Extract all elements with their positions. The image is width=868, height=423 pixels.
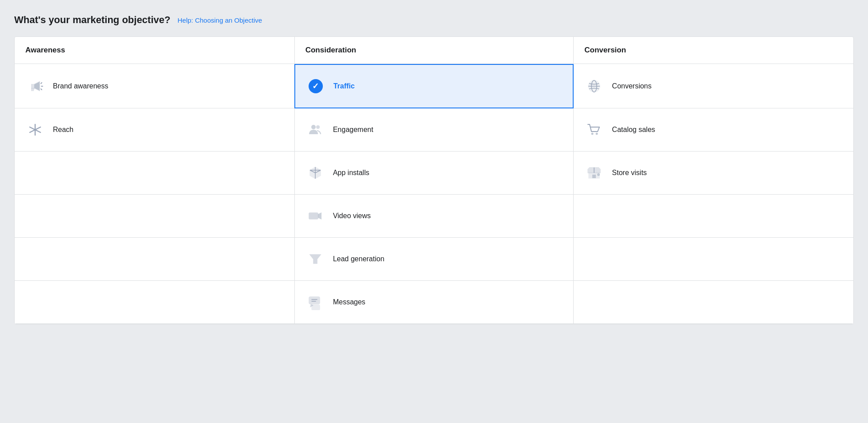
- svg-point-12: [596, 133, 598, 135]
- check-icon: [309, 79, 323, 93]
- svg-rect-19: [592, 175, 596, 178]
- empty-cell-awareness-2: [15, 152, 294, 195]
- asterisk-icon: [27, 122, 43, 138]
- svg-rect-22: [309, 213, 318, 219]
- objective-label-brand-awareness: Brand awareness: [53, 82, 108, 90]
- svg-point-10: [316, 125, 320, 129]
- objective-label-lead-generation: Lead generation: [333, 255, 385, 263]
- icon-wrap-video-views: [305, 206, 325, 226]
- svg-point-11: [591, 133, 594, 135]
- objective-cell-brand-awareness[interactable]: Brand awareness: [15, 64, 294, 108]
- help-link[interactable]: Help: Choosing an Objective: [177, 16, 262, 24]
- objective-cell-store-visits[interactable]: Store visits: [574, 152, 853, 195]
- icon-wrap-brand-awareness: [25, 76, 45, 96]
- svg-point-9: [311, 125, 316, 129]
- icon-wrap-conversions: [584, 76, 604, 96]
- objective-label-messages: Messages: [333, 298, 366, 306]
- objective-cell-app-installs[interactable]: App installs: [294, 152, 574, 195]
- objective-label-catalog-sales: Catalog sales: [612, 126, 655, 134]
- video-icon: [307, 208, 323, 224]
- objective-label-app-installs: App installs: [333, 169, 370, 177]
- svg-point-21: [597, 173, 600, 176]
- objective-cell-catalog-sales[interactable]: Catalog sales: [574, 108, 853, 152]
- icon-wrap-engagement: [305, 120, 325, 140]
- empty-cell-conversion-5: [574, 281, 853, 324]
- store-icon: [586, 165, 602, 181]
- page-header: What's your marketing objective? Help: C…: [14, 14, 854, 26]
- megaphone-icon: [27, 78, 43, 94]
- svg-rect-24: [309, 297, 320, 304]
- icon-wrap-traffic: [306, 76, 326, 96]
- funnel-icon: [307, 251, 323, 267]
- icon-wrap-reach: [25, 120, 45, 140]
- chat-icon: [307, 294, 323, 310]
- objective-label-conversions: Conversions: [612, 82, 651, 90]
- svg-line-2: [41, 89, 42, 90]
- objective-cell-lead-generation[interactable]: Lead generation: [294, 238, 574, 281]
- empty-cell-awareness-5: [15, 281, 294, 324]
- objective-table: AwarenessConsiderationConversion Brand a…: [14, 36, 854, 324]
- objective-label-engagement: Engagement: [333, 126, 374, 134]
- objective-label-store-visits: Store visits: [612, 169, 647, 177]
- icon-wrap-lead-generation: [305, 249, 325, 269]
- page-title: What's your marketing objective?: [14, 14, 170, 26]
- icon-wrap-app-installs: [305, 163, 325, 183]
- svg-line-0: [41, 83, 42, 84]
- icon-wrap-messages: [305, 292, 325, 312]
- objective-label-reach: Reach: [53, 126, 73, 134]
- empty-cell-awareness-4: [15, 238, 294, 281]
- objective-cell-reach[interactable]: Reach: [15, 108, 294, 152]
- icon-wrap-store-visits: [584, 163, 604, 183]
- svg-rect-25: [312, 305, 320, 310]
- column-header-consideration: Consideration: [294, 37, 574, 64]
- objective-cell-video-views[interactable]: Video views: [294, 195, 574, 238]
- empty-cell-awareness-3: [15, 195, 294, 238]
- box-icon: [307, 165, 323, 181]
- objective-cell-messages[interactable]: Messages: [294, 281, 574, 324]
- people-icon: [307, 122, 323, 138]
- icon-wrap-catalog-sales: [584, 120, 604, 140]
- cart-icon: [586, 122, 602, 138]
- column-header-conversion: Conversion: [574, 37, 853, 64]
- objective-cell-traffic[interactable]: Traffic: [294, 64, 574, 108]
- svg-marker-23: [318, 212, 321, 219]
- objective-cell-engagement[interactable]: Engagement: [294, 108, 574, 152]
- empty-cell-conversion-4: [574, 238, 853, 281]
- column-header-awareness: Awareness: [15, 37, 294, 64]
- globe-icon: [586, 78, 602, 94]
- objective-label-video-views: Video views: [333, 212, 371, 220]
- objective-label-traffic: Traffic: [334, 82, 355, 90]
- empty-cell-conversion-3: [574, 195, 853, 238]
- objective-cell-conversions[interactable]: Conversions: [574, 64, 853, 108]
